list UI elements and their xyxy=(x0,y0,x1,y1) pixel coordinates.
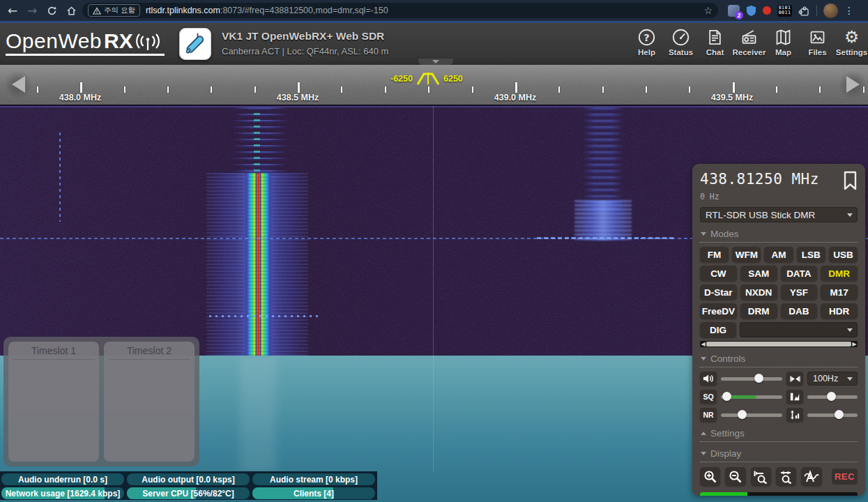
frequency-scale[interactable]: 438.0 MHz438.5 MHz439.0 MHz439.5 MHz -62… xyxy=(0,65,868,106)
mode-button-dmr[interactable]: DMR xyxy=(821,266,858,281)
digital-mode-select[interactable] xyxy=(740,322,858,337)
mode-button-wfm[interactable]: WFM xyxy=(732,247,761,262)
shield-extension-icon[interactable] xyxy=(746,5,756,17)
mode-button-drm[interactable]: DRM xyxy=(740,303,777,319)
scrollbar-left-arrow[interactable]: ◀ xyxy=(700,341,706,347)
bookmark-icon[interactable] xyxy=(843,171,858,190)
bandwidth-select[interactable]: 100Hz xyxy=(807,372,858,386)
slider-thumb[interactable] xyxy=(722,392,731,401)
scrollbar-thumb[interactable] xyxy=(706,342,851,347)
chevron-down-icon xyxy=(701,232,706,236)
mode-button-dab[interactable]: DAB xyxy=(781,303,818,319)
header-nav-map[interactable]: Map xyxy=(768,27,798,56)
scale-right-arrow[interactable] xyxy=(839,70,867,98)
volume-slider[interactable] xyxy=(721,377,782,381)
header-nav-receiver[interactable]: Receiver xyxy=(734,27,764,56)
mode-button-sam[interactable]: SAM xyxy=(740,266,777,281)
browser-forward-icon[interactable]: → xyxy=(24,2,40,19)
scale-left-arrow[interactable] xyxy=(4,70,32,98)
mode-button-am[interactable]: AM xyxy=(764,247,793,262)
zoom-out-button[interactable] xyxy=(725,467,745,486)
recording-extension-icon[interactable] xyxy=(763,6,771,15)
timeslot-1-panel[interactable]: Timeslot 1 xyxy=(8,342,99,462)
mode-button-usb[interactable]: USB xyxy=(829,247,858,262)
security-warning-chip[interactable]: 주의 요함 xyxy=(88,4,140,17)
header-nav-help[interactable]: ?Help xyxy=(632,27,662,56)
mode-button-dig[interactable]: DIG xyxy=(700,322,736,337)
mode-button-ysf[interactable]: YSF xyxy=(781,284,818,300)
mode-button-d-star[interactable]: D-Star xyxy=(700,284,737,300)
extensions-puzzle-icon[interactable] xyxy=(798,5,810,17)
waterfall-min-slider[interactable] xyxy=(807,413,858,417)
record-button[interactable]: REC xyxy=(832,469,858,485)
mode-button-m17[interactable]: M17 xyxy=(821,284,858,300)
frequency-offset: 0 Hz xyxy=(700,192,858,201)
mode-button-fm[interactable]: FM xyxy=(700,247,729,262)
waterfall-auto-adjust-button[interactable] xyxy=(786,408,803,422)
binary-extension-icon[interactable]: 01010011 xyxy=(777,5,792,17)
openwebrx-logo[interactable]: OpenWebRX xyxy=(6,29,165,56)
section-header-controls[interactable]: Controls xyxy=(700,352,858,367)
chevron-down-icon xyxy=(847,377,853,381)
status-icon xyxy=(671,27,690,47)
header-collapse-button[interactable] xyxy=(418,59,453,65)
waterfall-recent-row xyxy=(0,106,868,107)
browser-menu-icon[interactable]: ⋮ xyxy=(844,5,854,16)
waterfall-levels-button[interactable] xyxy=(786,390,803,404)
chevron-down-icon xyxy=(847,328,853,332)
bandwidth-button[interactable] xyxy=(786,372,803,386)
spectrum-toggle-button[interactable] xyxy=(801,467,821,486)
browser-home-icon[interactable] xyxy=(63,2,79,19)
header-nav-files[interactable]: Files xyxy=(802,27,832,56)
extension-icon[interactable]: 2 xyxy=(728,5,740,17)
zoom-in-button[interactable] xyxy=(700,467,720,486)
browser-back-icon[interactable]: ← xyxy=(4,2,21,19)
passband-high-label: 6250 xyxy=(443,74,463,84)
header-nav-status[interactable]: Status xyxy=(666,27,696,56)
timeslot-2-panel[interactable]: Timeslot 2 xyxy=(104,342,195,462)
receiver-panel: 438.81250 MHz 0 Hz RTL-SDR USB Stick DMR… xyxy=(692,164,865,496)
header-nav-settings[interactable]: ⚙Settings xyxy=(837,27,867,56)
mode-button-freedv[interactable]: FreeDV xyxy=(700,303,737,319)
slider-thumb[interactable] xyxy=(835,410,844,419)
scale-tick xyxy=(646,86,647,93)
section-header-display[interactable]: Display xyxy=(700,447,858,462)
mode-button-lsb[interactable]: LSB xyxy=(797,247,825,262)
mode-button-cw[interactable]: CW xyxy=(700,266,737,281)
browser-reload-icon[interactable] xyxy=(43,2,60,19)
security-warning-label: 주의 요함 xyxy=(104,6,135,15)
passband-indicator[interactable]: -6250 6250 xyxy=(390,72,463,86)
modes-scrollbar[interactable]: ◀ ▶ xyxy=(700,341,858,347)
address-bar[interactable]: 주의 요함 rtlsdr.tplinkdns.com:8073/#freq=43… xyxy=(82,3,718,18)
noise-reduction-slider[interactable] xyxy=(721,413,782,417)
slider-thumb[interactable] xyxy=(827,392,836,401)
waterfall-signal-right-lower xyxy=(574,200,632,241)
mode-button-hdr[interactable]: HDR xyxy=(821,303,858,319)
section-header-modes[interactable]: Modes xyxy=(700,227,858,243)
mute-button[interactable] xyxy=(700,372,717,386)
slider-thumb[interactable] xyxy=(738,410,747,419)
scale-tick xyxy=(341,86,342,93)
scrollbar-right-arrow[interactable]: ▶ xyxy=(851,341,858,347)
squelch-slider[interactable] xyxy=(721,395,782,399)
tuned-frequency-display[interactable]: 438.81250 MHz xyxy=(700,171,819,188)
header-nav-label: Files xyxy=(808,48,826,56)
bookmark-star-icon[interactable]: ☆ xyxy=(703,5,713,16)
waterfall-horizontal-burst-bright xyxy=(537,237,676,239)
waterfall-max-slider[interactable] xyxy=(807,395,858,399)
squelch-button[interactable]: SQ xyxy=(700,390,717,404)
passband-filter-icon[interactable] xyxy=(416,72,440,86)
noise-reduction-button[interactable]: NR xyxy=(700,408,717,422)
slider-thumb[interactable] xyxy=(754,374,763,383)
zoom-to-bandwidth-button[interactable] xyxy=(751,467,771,486)
waterfall-tuning-line-lower xyxy=(433,356,434,473)
mode-button-data[interactable]: DATA xyxy=(781,266,818,281)
profile-avatar[interactable] xyxy=(823,3,838,18)
zoom-full-band-button[interactable] xyxy=(776,467,796,486)
mode-button-nxdn[interactable]: NXDN xyxy=(740,284,777,300)
profile-select[interactable]: RTL-SDR USB Stick DMR xyxy=(700,207,858,222)
header-nav-chat[interactable]: Chat xyxy=(700,27,730,56)
scale-tick xyxy=(689,86,690,93)
waterfall-signal-main-top-core xyxy=(254,113,260,179)
section-header-settings[interactable]: Settings xyxy=(700,427,858,442)
